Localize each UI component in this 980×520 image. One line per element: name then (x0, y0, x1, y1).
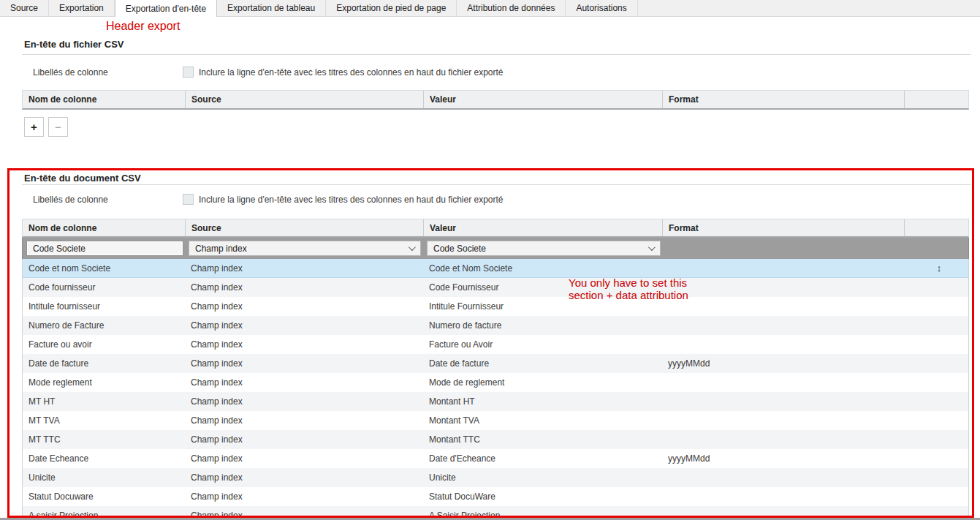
column-header-source[interactable]: Source (185, 91, 423, 108)
cell-name: Date de facture (23, 358, 185, 369)
tab-exportation-tableau[interactable]: Exportation de tableau (217, 0, 326, 16)
cell-format: yyyyMMdd (662, 453, 904, 464)
row-editor: Code Societe Champ index Code Societe (22, 238, 969, 259)
column-header-valeur[interactable]: Valeur (423, 219, 662, 236)
document-header-title: En-tête du document CSV (24, 173, 141, 184)
file-header-title: En-tête du fichier CSV (24, 39, 124, 50)
document-header-include-label: Inclure la ligne d'en-tête avec les titr… (199, 195, 504, 205)
column-header-extra (904, 91, 968, 108)
remove-row-button[interactable]: − (48, 117, 68, 137)
table-row[interactable]: Numero de Facture Champ index Numero de … (23, 316, 968, 335)
column-header-source[interactable]: Source (185, 219, 423, 236)
tab-attribution-donnees[interactable]: Attribution de données (457, 0, 566, 16)
tab-bar: Source Exportation Exportation d'en-tête… (0, 0, 980, 17)
cell-name: Statut Docuware (23, 491, 185, 502)
document-header-table-body: Code et nom Societe Champ index Code et … (22, 259, 969, 516)
file-header-divider (22, 54, 970, 55)
cell-value: Intitule Fournisseur (423, 301, 662, 312)
cell-name: Code fournisseur (23, 282, 185, 293)
source-select-value: Champ index (195, 244, 247, 254)
cell-source: Champ index (185, 396, 423, 407)
chevron-down-icon (648, 244, 656, 251)
table-row[interactable]: A saisir Projection Champ index A Saisir… (23, 506, 968, 516)
cell-name: MT TVA (23, 415, 185, 426)
cell-name: Code et nom Societe (23, 263, 185, 274)
cell-source: Champ index (185, 358, 423, 369)
cell-name: MT TTC (23, 434, 185, 445)
table-row[interactable]: Mode reglement Champ index Mode de regle… (23, 373, 968, 392)
cell-value: Montant HT (423, 396, 662, 407)
cell-source: Champ index (185, 301, 423, 312)
file-header-include-checkbox[interactable] (183, 67, 194, 78)
table-row[interactable]: Date de facture Champ index Date de fact… (23, 354, 968, 373)
column-header-format[interactable]: Format (662, 91, 904, 108)
cell-name: Date Echeance (23, 453, 185, 464)
column-header-valeur[interactable]: Valeur (423, 91, 662, 108)
cell-source: Champ index (185, 434, 423, 445)
add-row-button[interactable]: + (24, 117, 44, 137)
table-row[interactable]: Statut Docuware Champ index Statut DocuW… (23, 487, 968, 506)
table-row[interactable]: Facture ou avoir Champ index Facture ou … (23, 335, 968, 354)
value-select[interactable]: Code Societe (427, 241, 661, 256)
cell-value: Montant TVA (423, 415, 662, 426)
cell-value: A Saisir Projection (423, 510, 662, 516)
reorder-icon[interactable]: ↕ (904, 263, 968, 274)
tab-autorisations[interactable]: Autorisations (566, 0, 637, 16)
table-row[interactable]: Code et nom Societe Champ index Code et … (23, 259, 968, 278)
cell-source: Champ index (185, 263, 423, 274)
cell-source: Champ index (185, 282, 423, 293)
table-row[interactable]: Code fournisseur Champ index Code Fourni… (23, 278, 968, 297)
tab-exportation-pied-de-page[interactable]: Exportation de pied de page (326, 0, 457, 16)
tab-exportation-en-tete[interactable]: Exportation d'en-tête (115, 0, 217, 17)
table-row[interactable]: Date Echeance Champ index Date d'Echeanc… (23, 449, 968, 468)
value-select-value: Code Societe (433, 244, 486, 254)
file-header-table-header: Nom de colonne Source Valeur Format (22, 90, 969, 110)
table-row[interactable]: MT TTC Champ index Montant TTC (23, 430, 968, 449)
cell-name: A saisir Projection (23, 510, 185, 516)
tab-exportation[interactable]: Exportation (49, 0, 115, 16)
cell-name: Facture ou avoir (23, 339, 185, 350)
document-header-divider (22, 184, 970, 185)
column-header-format[interactable]: Format (662, 219, 904, 236)
column-header-nom[interactable]: Nom de colonne (23, 91, 185, 108)
cell-source: Champ index (185, 472, 423, 483)
column-name-input[interactable]: Code Societe (26, 241, 183, 256)
cell-name: Numero de Facture (23, 320, 185, 331)
file-header-include-label: Inclure la ligne d'en-tête avec les titr… (199, 67, 504, 78)
cell-value: Facture ou Avoir (423, 339, 662, 350)
cell-source: Champ index (185, 453, 423, 464)
table-row[interactable]: MT HT Champ index Montant HT (23, 392, 968, 411)
cell-value: Statut DocuWare (423, 491, 662, 502)
cell-value: Unicite (423, 472, 662, 483)
document-header-include-checkbox[interactable] (183, 194, 194, 205)
cell-name: Mode reglement (23, 377, 185, 388)
cell-source: Champ index (185, 377, 423, 388)
annotation-section-note: You only have to set this section + data… (569, 276, 688, 301)
cell-value: Code et Nom Societe (423, 263, 662, 274)
cell-source: Champ index (185, 320, 423, 331)
table-row[interactable]: Unicite Champ index Unicite (23, 468, 968, 487)
cell-name: Unicite (23, 472, 185, 483)
cell-format: yyyyMMdd (662, 358, 904, 369)
cell-source: Champ index (185, 415, 423, 426)
table-row[interactable]: Intitule fournisseur Champ index Intitul… (23, 297, 968, 316)
cell-value: Mode de reglement (423, 377, 662, 388)
cell-name: MT HT (23, 396, 185, 407)
file-header-table-actions: + − (24, 117, 68, 137)
document-header-column-labels-label: Libellés de colonne (33, 195, 108, 205)
document-header-table-header: Nom de colonne Source Valeur Format (22, 219, 969, 238)
annotation-header-export: Header export (106, 20, 180, 33)
cell-value: Date de facture (423, 358, 662, 369)
cell-name: Intitule fournisseur (23, 301, 185, 312)
cell-value: Numero de facture (423, 320, 662, 331)
cell-value: Montant TTC (423, 434, 662, 445)
cell-source: Champ index (185, 491, 423, 502)
table-row[interactable]: MT TVA Champ index Montant TVA (23, 411, 968, 430)
cell-source: Champ index (185, 510, 423, 516)
column-header-nom[interactable]: Nom de colonne (23, 219, 185, 236)
file-header-column-labels-label: Libellés de colonne (33, 67, 108, 78)
chevron-down-icon (409, 244, 416, 251)
tab-source[interactable]: Source (0, 0, 49, 16)
source-select[interactable]: Champ index (189, 241, 421, 256)
cell-value: Date d'Echeance (423, 453, 662, 464)
